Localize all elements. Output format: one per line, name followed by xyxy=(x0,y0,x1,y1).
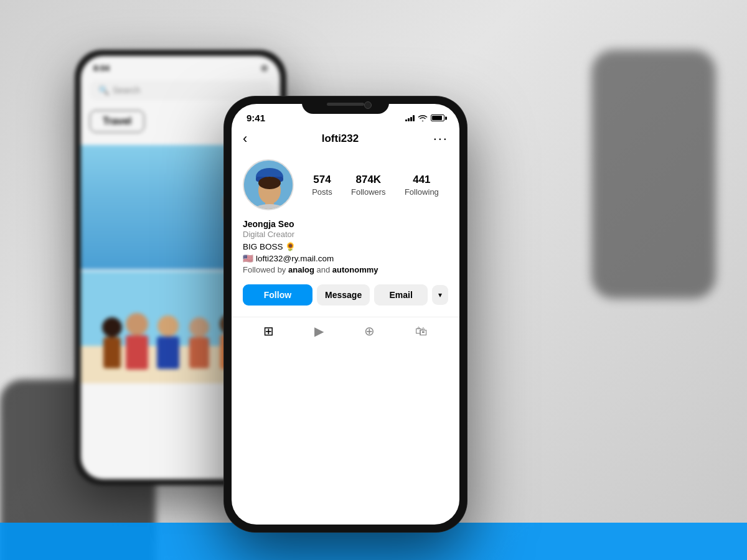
search-text: Search xyxy=(113,85,140,95)
search-icon: 🔍 xyxy=(98,85,109,95)
email-button[interactable]: Email xyxy=(374,284,428,306)
speaker xyxy=(327,103,364,106)
profile-username: lofti232 xyxy=(322,133,359,145)
avatar-image xyxy=(244,161,294,210)
status-time: 9:41 xyxy=(247,113,265,123)
svg-rect-20 xyxy=(157,337,179,369)
avatar[interactable] xyxy=(243,159,294,210)
bio-role: Digital Creator xyxy=(243,230,448,239)
phone-blur-top-right xyxy=(591,50,716,299)
profile-stats-row: 574 Posts 874K Followers 441 Following xyxy=(232,153,459,217)
dropdown-button[interactable]: ▾ xyxy=(432,285,448,305)
notch xyxy=(302,96,389,114)
svg-rect-22 xyxy=(189,337,209,368)
following-stat[interactable]: 441 Following xyxy=(405,174,439,197)
followers-label: Followers xyxy=(351,187,386,197)
profile-stats: 574 Posts 874K Followers 441 Following xyxy=(303,174,448,197)
back-search-bar[interactable]: 🔍 Search xyxy=(90,80,271,100)
phone-screen: 9:41 xyxy=(232,104,459,525)
profile-nav: ‹ lofti232 ··· xyxy=(232,127,459,153)
bio-email[interactable]: 🇺🇸 lofti232@ry.mail.com xyxy=(243,253,448,263)
back-ig-icon: ⊙ xyxy=(261,63,268,73)
follower1[interactable]: analog xyxy=(288,265,314,274)
profile-bio: Jeongja Seo Digital Creator BIG BOSS 🌻 🇺… xyxy=(232,217,459,282)
more-options-button[interactable]: ··· xyxy=(433,131,448,147)
svg-point-17 xyxy=(126,313,148,335)
phone-front: 9:41 xyxy=(224,96,467,532)
action-buttons: Follow Message Email ▾ xyxy=(232,282,459,313)
flag-icon: 🇺🇸 xyxy=(243,253,253,263)
posts-stat[interactable]: 574 Posts xyxy=(312,174,332,197)
signal-icon xyxy=(405,115,415,121)
svg-rect-18 xyxy=(126,335,148,370)
message-button[interactable]: Message xyxy=(317,284,370,306)
wifi-icon xyxy=(418,114,428,122)
tagged-tab-icon[interactable]: ⊕ xyxy=(364,324,375,338)
back-status-time: 8:04 xyxy=(93,63,110,73)
followers-count: 874K xyxy=(355,174,381,186)
battery-icon xyxy=(431,114,444,121)
shop-tab-icon[interactable]: 🛍 xyxy=(415,324,428,338)
followers-stat[interactable]: 874K Followers xyxy=(351,174,386,197)
bio-followed-by: Followed by analog and autonommy xyxy=(243,265,448,274)
back-button[interactable]: ‹ xyxy=(243,131,247,147)
follow-button[interactable]: Follow xyxy=(243,284,312,306)
following-count: 441 xyxy=(413,174,430,186)
bio-tagline: BIG BOSS 🌻 xyxy=(243,241,448,251)
posts-label: Posts xyxy=(312,187,332,197)
reels-tab-icon[interactable]: ▶ xyxy=(314,324,324,338)
svg-rect-16 xyxy=(103,337,121,368)
travel-tag[interactable]: Travel xyxy=(90,110,144,133)
svg-point-19 xyxy=(157,315,179,337)
posts-count: 574 xyxy=(313,174,331,186)
svg-point-21 xyxy=(189,317,209,337)
follower2[interactable]: autonommy xyxy=(332,265,378,274)
status-icons xyxy=(405,114,444,122)
svg-point-31 xyxy=(258,177,281,189)
profile-tabs: ⊞ ▶ ⊕ 🛍 xyxy=(232,317,459,345)
bio-name: Jeongja Seo xyxy=(243,219,448,229)
grid-tab-icon[interactable]: ⊞ xyxy=(263,324,274,338)
svg-point-15 xyxy=(102,317,122,337)
front-camera xyxy=(364,101,372,109)
following-label: Following xyxy=(405,187,439,197)
